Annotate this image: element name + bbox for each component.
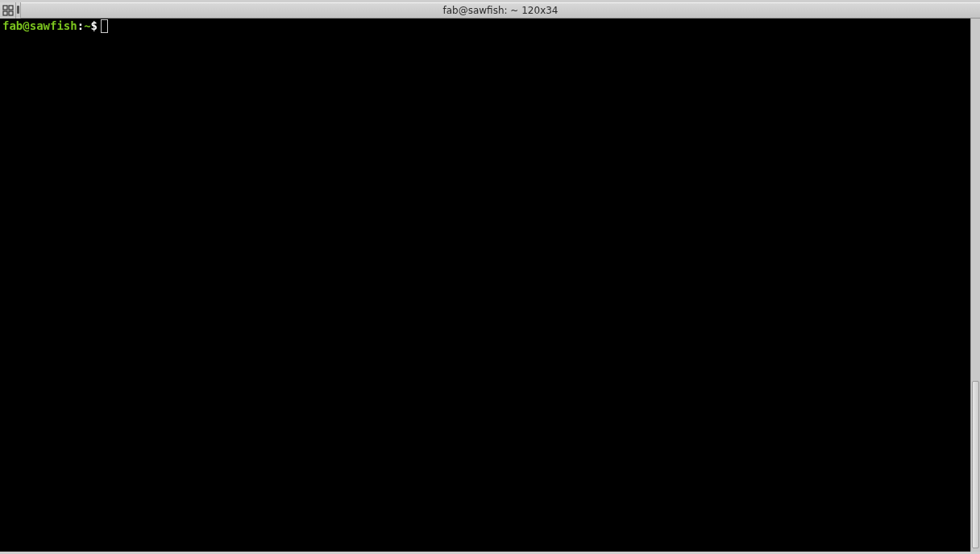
svg-rect-0	[3, 6, 7, 10]
terminal-window: fab@sawfish: ~ 120x34 fab@sawfish:~$	[0, 2, 980, 552]
prompt-user-host: fab@sawfish	[2, 19, 77, 34]
window-pin-icon[interactable]	[16, 2, 21, 19]
text-cursor	[101, 19, 108, 33]
window-title: fab@sawfish: ~ 120x34	[21, 5, 980, 16]
svg-rect-1	[9, 6, 13, 10]
window-menu-icon[interactable]	[0, 2, 16, 19]
prompt-path: ~	[84, 19, 90, 34]
prompt-dollar: $	[91, 19, 98, 34]
scrollbar-thumb[interactable]	[972, 381, 979, 548]
svg-rect-2	[3, 11, 7, 15]
terminal-viewport[interactable]: fab@sawfish:~$	[0, 19, 970, 552]
svg-rect-3	[9, 11, 13, 15]
prompt-line: fab@sawfish:~$	[2, 19, 968, 34]
window-titlebar[interactable]: fab@sawfish: ~ 120x34	[0, 2, 980, 19]
vertical-scrollbar[interactable]	[970, 19, 980, 552]
prompt-separator: :	[77, 19, 84, 34]
grid-icon	[2, 5, 14, 16]
